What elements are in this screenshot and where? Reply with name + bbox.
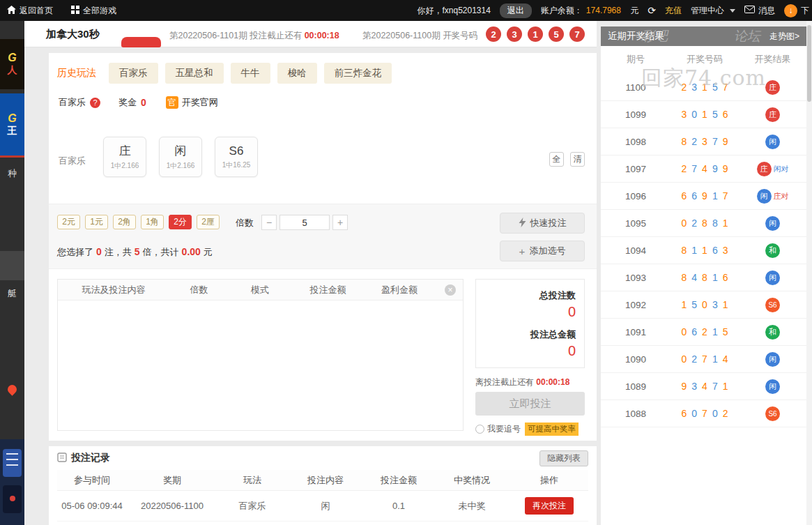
chase-number-row: 我要追号 可提高中奖率	[475, 423, 579, 436]
countdown-timer: 00:00:18	[305, 31, 339, 40]
sidebar-bottom-tile-2[interactable]	[3, 485, 22, 513]
play-tab[interactable]: 牛牛	[231, 63, 270, 84]
result-digit: 7	[723, 190, 728, 201]
all-games-link[interactable]: 全部游戏	[71, 5, 116, 17]
bet-summary-box: 总投注数 0 投注总金额 0	[475, 279, 585, 368]
scrollbar-thumb[interactable]	[807, 25, 811, 102]
top-navbar: 返回首页 全部游戏 你好，fxnq5201314 退出 账户余额：174.796…	[0, 0, 812, 21]
download-label: 下	[801, 5, 809, 17]
sidebar-game-banner-1[interactable]: G 人	[0, 39, 24, 89]
play-tab[interactable]: 前三炸金花	[324, 63, 392, 84]
result-issue: 1095	[601, 218, 671, 229]
result-row: 109002714闲	[601, 346, 806, 373]
amount-chip[interactable]: 2元	[57, 215, 80, 229]
chase-checkbox[interactable]	[475, 425, 484, 434]
rebet-button[interactable]: 再次投注	[525, 497, 574, 515]
result-digits: 06215	[671, 326, 739, 337]
logout-button[interactable]: 退出	[500, 3, 532, 18]
result-digit: 9	[723, 136, 728, 147]
select-all-button[interactable]: 全	[549, 152, 564, 167]
result-digit: 5	[723, 326, 728, 337]
quick-bet-button[interactable]: 快速投注	[500, 213, 585, 234]
clear-button[interactable]: 清	[570, 152, 585, 167]
sidebar-menu-item-2[interactable]: 艇	[0, 287, 24, 300]
result-digit: 6	[712, 245, 718, 256]
refresh-balance-icon[interactable]: ⟳	[648, 5, 656, 16]
result-digit: 9	[712, 163, 718, 174]
sidebar-bottom	[0, 439, 24, 525]
play-tab[interactable]: 五星总和	[165, 63, 224, 84]
result-digit: 1	[702, 245, 707, 256]
amount-chip[interactable]: 2厘	[197, 215, 220, 229]
trend-chart-link[interactable]: 走势图>	[769, 31, 799, 43]
messages-link[interactable]: 消息	[744, 5, 775, 17]
result-digit: 7	[712, 136, 718, 147]
hide-list-button[interactable]: 隐藏列表	[539, 450, 588, 466]
result-cell: 庄	[739, 107, 806, 122]
result-digit: 3	[682, 109, 687, 120]
messages-label: 消息	[758, 5, 775, 17]
play-tab[interactable]: 梭哈	[277, 63, 317, 84]
sidebar-menu-item-1[interactable]: 种	[0, 167, 24, 180]
result-issue: 1097	[601, 164, 671, 174]
result-digit: 3	[712, 299, 718, 310]
results-rows: 110023157庄109930156庄109882379闲109727499庄…	[601, 74, 806, 427]
active-tab-indicator[interactable]	[121, 37, 161, 47]
bet-option-odds: 1中2.166	[111, 161, 139, 171]
bet-option-odds: 1中2.166	[167, 161, 195, 171]
bet-option[interactable]: 庄1中2.166	[103, 137, 146, 177]
add-selection-button[interactable]: + 添加选号	[500, 241, 585, 261]
multiplier-plus-button[interactable]: +	[332, 215, 348, 230]
recharge-link[interactable]: 充值	[665, 5, 682, 17]
amount-bar: 2元1元2角1角2分2厘 倍数 − + 快速投注 您选择了0注，共5倍，共计0.…	[49, 204, 597, 269]
download-link[interactable]: ↓ 下	[784, 4, 809, 17]
results-header-bar: 近期开奖结果 彩吧 论坛 走势图>	[601, 26, 806, 46]
result-digit: 1	[691, 245, 697, 256]
play-tab[interactable]: 百家乐	[109, 63, 158, 84]
result-digit: 1	[723, 381, 728, 392]
result-digit: 1	[682, 299, 687, 310]
close-icon[interactable]: ×	[445, 284, 456, 296]
bet-options: 庄1中2.166闲1中2.166S61中16.25	[103, 137, 258, 177]
bet-option[interactable]: S61中16.25	[215, 137, 258, 177]
official-site-link[interactable]: 开奖官网	[182, 96, 218, 109]
record-amount: 0.1	[364, 501, 434, 511]
result-badge: 和	[765, 325, 780, 340]
result-digit: 3	[691, 381, 697, 392]
current-issue: 第20220506-1101期	[169, 31, 247, 40]
result-ball: 7	[569, 26, 585, 42]
bet-table-header-cell: 模式	[229, 284, 291, 296]
play-tabs-row: 历史玩法 百家乐五星总和牛牛梭哈前三炸金花	[57, 63, 399, 84]
amount-chip[interactable]: 1角	[141, 215, 164, 229]
bet-option-name: 闲	[175, 143, 187, 159]
bet-slip-header: 玩法及投注内容倍数模式投注金额盈利金额 ×	[58, 280, 463, 300]
result-digit: 4	[702, 163, 707, 174]
result-cell: 庄闲对	[739, 162, 806, 176]
history-plays-tab[interactable]: 历史玩法	[57, 67, 96, 79]
result-issue: 1094	[601, 245, 671, 256]
result-issue: 1093	[601, 273, 671, 283]
amount-chip[interactable]: 2分	[169, 215, 192, 229]
bet-table-header-cell: 倍数	[169, 284, 229, 296]
total-amount-value: 0	[476, 343, 576, 359]
multiplier-input[interactable]	[279, 215, 330, 230]
result-badge: S6	[765, 298, 780, 312]
amount-chip[interactable]: 2角	[113, 215, 136, 229]
record-result: 未中奖	[434, 500, 510, 512]
result-cell: 闲庄对	[739, 189, 806, 204]
sidebar-game-banner-2[interactable]: G 王	[0, 93, 24, 158]
vertical-scrollbar[interactable]	[806, 21, 812, 525]
admin-center-menu[interactable]: 管理中心	[691, 5, 735, 17]
result-issue: 1099	[601, 109, 671, 120]
multiplier-minus-button[interactable]: −	[261, 215, 277, 230]
amount-chip[interactable]: 1元	[85, 215, 108, 229]
balance-unit: 元	[630, 5, 638, 17]
game-header: 加拿大30秒 第20220506-1101期 投注截止还有 00:00:18 第…	[24, 21, 597, 47]
help-icon[interactable]: ?	[90, 98, 100, 108]
records-icon	[57, 452, 67, 464]
envelope-icon	[744, 6, 755, 15]
bet-option[interactable]: 闲1中2.166	[159, 137, 202, 177]
sidebar-bottom-tile-1[interactable]	[3, 449, 22, 477]
bet-now-button[interactable]: 立即投注	[475, 392, 585, 416]
home-link[interactable]: 返回首页	[7, 5, 53, 17]
